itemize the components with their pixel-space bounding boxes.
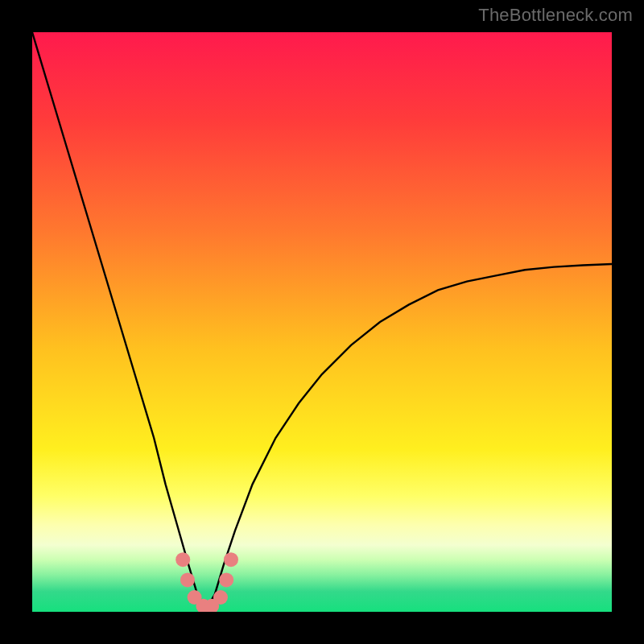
curve-markers: [175, 552, 238, 612]
curve-marker: [219, 572, 233, 587]
curve-marker: [213, 590, 228, 605]
bottleneck-curve: [32, 32, 612, 609]
curve-layer: [32, 32, 612, 612]
plot-area: [32, 32, 612, 612]
curve-marker: [224, 552, 238, 567]
watermark-text: TheBottleneck.com: [478, 5, 633, 26]
chart-frame: TheBottleneck.com: [0, 0, 644, 644]
curve-marker: [180, 572, 195, 587]
curve-marker: [175, 552, 190, 567]
